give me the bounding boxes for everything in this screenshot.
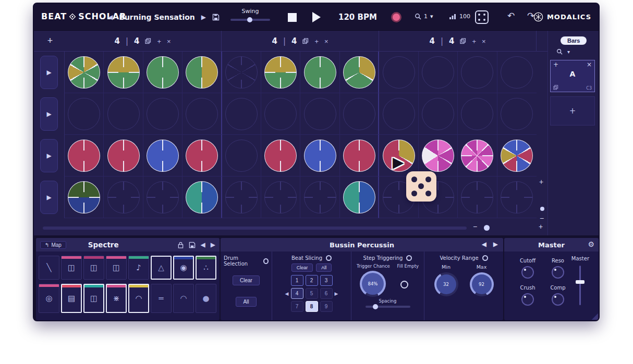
slice-number-6[interactable]: 6 [320,288,333,299]
beat-circle-empty[interactable] [186,98,218,130]
save-icon[interactable] [189,242,196,248]
beat-circle-divided[interactable] [461,181,493,214]
pattern-close-icon[interactable]: × [587,61,592,68]
spacing-slider[interactable] [366,306,410,308]
beat-cell-r3-c2[interactable] [104,135,143,177]
time-sig-numerator[interactable]: 4 [429,36,434,46]
beat-slicing-radio[interactable] [326,255,332,261]
drum-selection-all-button[interactable]: All [236,297,256,307]
beat-circle-empty[interactable] [383,56,415,89]
pad-clap[interactable]: ⋇ [106,284,127,313]
beat-pie[interactable] [343,140,375,172]
delete-measure-button[interactable]: × [167,37,171,45]
beat-cell-r2-c10[interactable] [419,93,458,135]
beat-circle-divided[interactable] [225,181,258,214]
beat-cell-r3-c8[interactable] [340,135,379,177]
pad-crash[interactable]: ◠ [128,284,149,313]
add-measure-button[interactable]: + [157,37,161,45]
beat-circle-empty[interactable] [383,98,415,130]
resize-handle[interactable]: ◢ [592,311,598,320]
beat-circle-empty[interactable] [501,98,533,130]
chevron-down-icon[interactable]: ▾ [567,49,570,55]
time-sig-denominator[interactable]: 4 [291,36,297,46]
beat-cell-r3-c5[interactable] [222,135,261,177]
reso-knob[interactable] [552,266,564,279]
percussion-next-button[interactable]: ▶ [493,241,498,248]
beat-cell-r1-c10[interactable] [419,52,458,93]
delete-measure-button[interactable]: × [324,37,328,45]
swing-slider[interactable] [230,19,270,21]
row-play-button-2[interactable]: ▶ [40,97,58,131]
beat-pie[interactable] [186,56,218,89]
slice-prev-button[interactable]: ◀ [285,291,289,296]
beat-cell-r3-c7[interactable] [300,135,339,177]
beat-cell-r2-c11[interactable] [458,93,497,135]
beat-pie[interactable] [68,181,100,214]
zoom-slider-handle[interactable] [484,225,490,231]
beat-circle-divided[interactable] [304,181,336,214]
add-measure-button[interactable]: + [314,37,319,45]
slice-number-4[interactable]: 4 [291,288,303,299]
beat-cell-r1-c12[interactable] [497,52,537,93]
undo-button[interactable]: ↶ [507,10,515,21]
fill-empty-toggle[interactable] [400,281,408,288]
beat-cell-r2-c8[interactable] [340,93,379,135]
quantize-control[interactable]: 1 ▾ [415,13,433,20]
master-slider[interactable] [579,266,581,305]
pad-triangle[interactable]: △ [151,256,172,280]
beat-cell-r1-c6[interactable] [261,52,300,93]
add-row-button[interactable]: + [44,35,56,46]
row-play-button-3[interactable]: ▶ [40,139,58,172]
drum-selection-clear-button[interactable]: Clear [233,275,260,285]
slice-number-5[interactable]: 5 [306,288,318,299]
beat-circle-empty[interactable] [225,98,258,130]
beat-pie[interactable] [501,140,533,172]
preset-next-button[interactable]: ▶ [201,14,206,21]
time-sig-numerator[interactable]: 4 [272,36,277,46]
vertical-zoom-handle[interactable] [540,207,544,211]
delete-measure-button[interactable]: × [482,37,486,45]
slice-number-3[interactable]: 3 [320,275,333,286]
beat-cell-r3-c1[interactable] [65,135,104,177]
beat-cell-r3-c6[interactable] [261,135,300,177]
beat-circle-empty[interactable] [343,98,375,130]
bars-tab[interactable]: Bars [561,36,587,45]
slice-number-2[interactable]: 2 [306,275,318,286]
pad-cymbal-stand[interactable]: ╲ [39,256,59,280]
beat-cell-r4-c1[interactable] [65,177,104,218]
velocity-meter[interactable]: 100 [449,13,470,20]
copy-icon[interactable] [553,85,558,90]
beat-circle-empty[interactable] [107,98,140,130]
velocity-range-radio[interactable] [482,255,488,261]
beat-circle-divided[interactable] [147,181,179,214]
pad-ride[interactable]: ◠ [173,284,194,313]
chevron-down-icon[interactable]: ▾ [430,13,433,20]
beat-cell-r3-c10[interactable] [419,135,458,177]
copy-measure-icon[interactable] [145,38,151,44]
horizontal-scrollbar[interactable] [43,227,467,230]
preset-prev-button[interactable]: ◀ [108,14,113,21]
slice-number-7[interactable]: 7 [291,301,303,312]
beat-cell-r1-c4[interactable] [182,52,222,93]
beat-cell-r3-c12[interactable] [497,135,537,177]
beat-circle-empty[interactable] [225,140,258,172]
beat-pie[interactable] [107,56,140,89]
beat-pie[interactable] [147,56,179,89]
cutoff-knob[interactable] [521,266,534,279]
beat-cell-r3-c3[interactable] [143,135,182,177]
add-measure-button[interactable]: + [472,37,476,45]
record-button[interactable] [391,12,401,22]
beat-circle-divided[interactable] [264,181,297,214]
slice-number-1[interactable]: 1 [291,275,303,286]
beat-pie[interactable] [186,181,218,214]
trigger-chance-knob[interactable]: 84% [360,271,386,297]
beat-circle-divided[interactable] [107,181,140,214]
beat-cell-r1-c3[interactable] [143,52,182,93]
beat-cell-r2-c9[interactable] [379,93,418,135]
beat-cell-r1-c7[interactable] [300,52,339,93]
beat-pie[interactable] [422,140,454,172]
add-pattern-slot[interactable]: + [550,96,595,125]
pad-snare[interactable]: ▤ [61,284,82,313]
beat-cell-r4-c12[interactable] [497,177,537,218]
beat-cell-r2-c12[interactable] [497,93,537,135]
